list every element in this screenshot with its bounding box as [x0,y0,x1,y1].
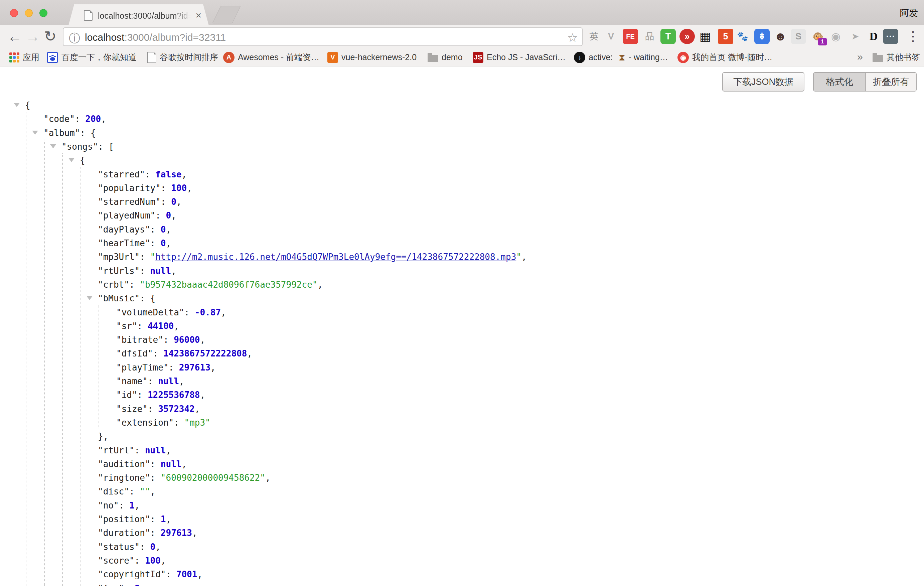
new-tab-button[interactable] [212,6,241,23]
apps-grid-icon [9,53,19,63]
json-line: "playedNum": 0, [98,208,177,223]
json-line: }, [98,429,108,443]
translate-extension-icon[interactable]: 英 [586,29,602,44]
folder-icon [427,55,438,62]
bookmark-awesomes[interactable]: AAwesomes - 前端资… [223,48,319,66]
json-line: "audition": null, [98,457,187,471]
json-line: "ringtone": "600902000009458622", [98,471,271,485]
json-line: "hearTime": 0, [98,236,171,250]
bookmark-label: 我的首页 微博-随时… [692,52,772,63]
bookmark-label: Echo JS - JavaScri… [487,53,566,62]
bird-extension-icon[interactable]: ➤ [848,29,863,44]
bookmarks-bar: » 其他书签 应用百度一下，你就知道谷歌按时间排序AAwesomes - 前端资… [0,48,924,66]
json-line: "position": 1, [98,512,171,526]
bookmark-waiting[interactable]: ⧗- waiting… [619,48,668,66]
reload-button[interactable]: ↻ [44,27,56,46]
html5-player-extension-icon[interactable]: 5 [718,29,733,44]
profile-name[interactable]: 阿发 [900,7,918,19]
minimize-window-button[interactable] [25,9,33,17]
bookmark-weibo-home-icon: ◉ [678,52,689,63]
indent-guide [81,167,81,586]
bookmark-weibo-home[interactable]: ◉我的首页 微博-随时… [678,48,772,66]
json-line: "bMusic": { [98,291,155,305]
bookmark-echojs-icon: JS [473,52,483,63]
monkey-extension-icon[interactable]: 🐵1 [810,29,825,44]
json-line: "dfsId": 1423867572222808, [116,347,252,360]
json-line: "id": 1225536788, [116,388,205,402]
indent-guide [44,140,45,586]
bookmark-active-icon: ↓ [574,52,585,63]
json-line: "rtUrls": null, [98,264,177,278]
bookmark-apps[interactable]: 应用 [9,48,40,66]
tab-close-icon[interactable]: × [195,10,201,21]
url-text[interactable]: localhost:3000/album?id=32311 [85,32,226,43]
weibo-gray-extension-icon[interactable]: ◉ [828,29,843,44]
tampermonkey-extension-icon[interactable]: T [660,29,676,44]
collapse-triangle-icon[interactable] [50,144,56,149]
bookmark-label: 应用 [23,52,40,63]
other-bookmarks-folder[interactable]: 其他书签 [873,48,920,66]
bookmark-label: demo [442,53,463,62]
address-bar[interactable]: ⓘ localhost:3000/album?id=32311 ☆ [63,27,582,46]
indent-guide [99,305,99,429]
other-bookmarks-label: 其他书签 [886,52,920,63]
bookmark-echojs[interactable]: JSEcho JS - JavaScri… [473,48,566,66]
fe-extension-icon[interactable]: FE [623,29,638,44]
page-icon [147,52,156,63]
bookmark-label: Awesomes - 前端资… [238,52,319,63]
json-line: "rtUrl": null, [98,443,171,457]
qrcode-extension-icon[interactable]: ▦ [698,29,713,44]
bookmark-active[interactable]: ↓active: [574,48,613,66]
paw-extension-icon[interactable]: 🐾 [735,29,750,44]
json-line: { [80,154,85,167]
fastforward-extension-icon[interactable]: » [680,29,695,44]
shortcuts-extension-icon[interactable]: S [791,29,806,44]
bookmark-vue-hackernews[interactable]: Vvue-hackernews-2.0 [327,48,417,66]
bookmark-google-sort[interactable]: 谷歌按时间排序 [147,48,218,66]
bookmark-demo-folder[interactable]: demo [427,48,463,66]
json-line: "extension": "mp3" [116,416,210,430]
collapse-triangle-icon[interactable] [32,130,38,135]
bookmark-waiting-icon: ⧗ [619,52,625,63]
collapse-triangle-icon[interactable] [68,158,74,162]
indent-guide [26,112,26,586]
url-host: localhost [85,32,124,43]
bookmarks-overflow-icon[interactable]: » [857,51,863,63]
close-window-button[interactable] [10,9,18,17]
chrome-menu-icon[interactable]: ⋮ [906,28,920,44]
page-content: 下载JSON数据 格式化 折叠所有 {"code": 200,"album": … [0,66,924,586]
darkmode-extension-icon[interactable]: D [866,29,881,44]
json-line: "crbt": "b957432baaac42d8096f76ae357992c… [98,277,323,292]
json-line: "popularity": 100, [98,181,192,195]
site-info-icon[interactable]: ⓘ [69,31,80,46]
bookmark-vue-hackernews-icon: V [327,52,338,63]
baidu-paw-icon [47,52,58,63]
sitemap-extension-icon[interactable]: 品 [642,29,657,44]
json-line: "copyrightId": 7001, [98,567,203,581]
zoom-window-button[interactable] [40,9,48,17]
json-viewer: {"code": 200,"album": {"songs": [{"starr… [0,66,924,586]
toolbar: ← → ↻ ⓘ localhost:3000/album?id=32311 ☆ … [0,25,924,48]
json-line: "score": 100, [98,554,166,568]
downloads-extension-icon[interactable]: ⇟ [754,29,770,44]
json-line: "songs": [ [61,140,114,154]
mask-face-extension-icon[interactable]: ☻ [773,29,788,44]
json-line: "album": { [43,126,96,140]
mp3-url-link[interactable]: http://m2.music.126.net/mO4G5dQ7WPm3Le0l… [155,252,516,262]
json-line: "bitrate": 96000, [116,333,205,347]
browser-window: localhost:3000/album?id=323 × 阿发 ← → ↻ ⓘ… [0,0,924,586]
collapse-triangle-icon[interactable] [14,103,20,107]
bookmark-baidu[interactable]: 百度一下，你就知道 [47,48,137,66]
browser-tab[interactable]: localhost:3000/album?id=323 × [68,4,209,25]
collapse-triangle-icon[interactable] [86,296,92,300]
indent-guide [62,154,63,586]
more-tools-extension-icon[interactable]: ··· [883,29,898,44]
back-button[interactable]: ← [7,27,22,46]
json-line: "duration": 297613, [98,526,197,540]
vimium-extension-icon[interactable]: V [603,29,619,44]
json-line: "code": 200, [43,112,106,126]
json-line: { [25,98,30,112]
json-line: "starred": false, [98,167,187,182]
folder-icon [873,55,883,62]
bookmark-star-icon[interactable]: ☆ [567,31,578,45]
